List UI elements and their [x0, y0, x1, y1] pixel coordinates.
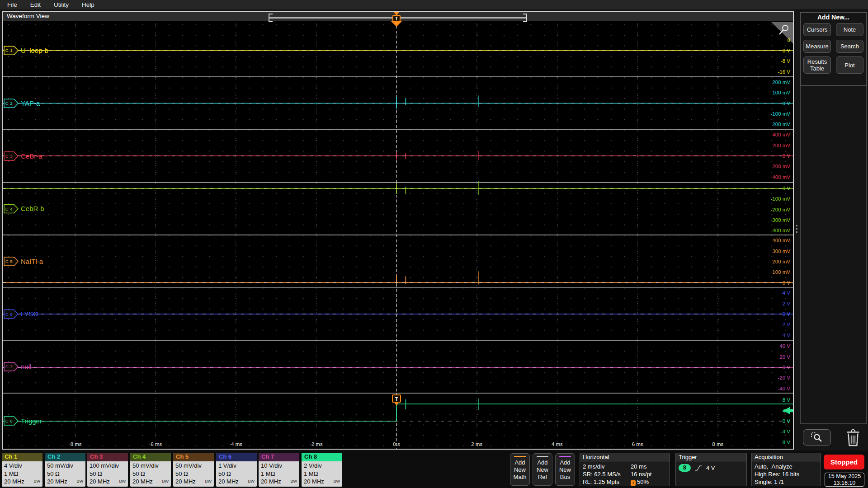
cursors-button[interactable]: Cursors: [803, 23, 831, 36]
channel-name-3[interactable]: CeBr-a: [21, 152, 42, 160]
delete-button[interactable]: [843, 427, 863, 447]
channel-name-1[interactable]: U_loop-b: [21, 47, 48, 54]
zoom-select-button[interactable]: [803, 429, 831, 446]
channel-tag-label: C 7: [5, 364, 13, 369]
badge-scale: 4 V/div: [4, 462, 40, 470]
channel-name-5[interactable]: NaITl-a: [21, 258, 43, 265]
menu-file[interactable]: File: [7, 1, 17, 8]
channel-tag-label: C 3: [5, 154, 13, 159]
horizontal-resolution: 16 ns/pt: [631, 470, 651, 478]
badge-scale: 2 V/div: [304, 462, 340, 470]
channel-name-2[interactable]: YAP-a: [21, 99, 40, 107]
badge-impedance: 50 Ω: [90, 470, 126, 478]
add-new-title: Add New...: [800, 14, 867, 21]
badge-title: Ch 3: [87, 453, 128, 461]
channel-badge-ch7[interactable]: Ch 7 10 V/div 1 MΩ 20 MHzBW: [259, 453, 299, 487]
acquisition-single: Single: 1 /1: [755, 478, 818, 486]
channel-name-6[interactable]: LYSO: [21, 310, 38, 318]
axis-label: 300 mV: [772, 249, 790, 254]
badge-impedance: 1 MΩ: [4, 470, 40, 478]
badge-bandwidth: 20 MHz: [304, 478, 324, 486]
channel-badge-ch5[interactable]: Ch 5 50 mV/div 50 Ω 20 MHzBW: [173, 453, 214, 487]
axis-label: 400 mV: [772, 132, 790, 137]
badge-bandwidth: 20 MHz: [175, 478, 196, 486]
badge-impedance: 50 Ω: [47, 470, 83, 478]
acquisition-analyze: Analyze: [772, 463, 793, 470]
panel-drag-handle[interactable]: [796, 225, 797, 233]
bandwidth-limit-icon: BW: [291, 478, 297, 486]
acquisition-mode-row: Auto, Analyze: [755, 463, 818, 470]
axis-label: 0 V: [783, 418, 791, 424]
axis-label: 8: [788, 38, 790, 43]
badge-impedance: 1 MΩ: [304, 470, 340, 478]
badge-bandwidth: 20 MHz: [47, 478, 67, 486]
panel-divider: [866, 86, 867, 423]
waveform-plot[interactable]: 80 V-8 V-16 V200 mV100 mV0 V-100 mV-200 …: [3, 21, 793, 449]
badge-bandwidth: 20 MHz: [4, 478, 24, 486]
run-stop-button[interactable]: Stopped: [824, 455, 864, 469]
zoom-select-icon: [810, 432, 824, 443]
axis-label: -200 mV: [771, 207, 791, 212]
trigger-panel[interactable]: Trigger 8 4 V: [675, 453, 747, 486]
trash-icon: [845, 428, 861, 447]
horizontal-panel[interactable]: Horizontal 2 ms/div SR: 62.5 MS/s RL: 1.…: [580, 453, 670, 486]
channel-name-7[interactable]: null: [21, 363, 31, 371]
axis-label: 0 V: [783, 311, 791, 317]
axis-label: -200 mV: [771, 164, 791, 169]
channel-badge-ch1[interactable]: Ch 1 4 V/div 1 MΩ 20 MHzBW: [2, 453, 42, 487]
badge-bandwidth: 20 MHz: [261, 478, 281, 486]
channel-badge-ch6[interactable]: Ch 6 1 V/div 50 Ω 20 MHzBW: [216, 453, 257, 487]
axis-label: -8 V: [781, 58, 790, 64]
channel-badge-ch4[interactable]: Ch 4 50 mV/div 50 Ω 20 MHzBW: [130, 453, 171, 487]
axis-label: 20 V: [779, 354, 790, 360]
channel-tag-label: C 1: [5, 48, 13, 53]
axis-label: 0 V: [783, 48, 791, 53]
time-axis-label: 0 s: [393, 441, 400, 447]
axis-label: 200 mV: [772, 143, 790, 148]
menu-utility[interactable]: Utility: [54, 1, 69, 8]
acquisition-panel[interactable]: Acquisition Auto, Analyze High Res: 16 b…: [751, 453, 821, 486]
rising-edge-icon: [695, 465, 702, 471]
menu-help[interactable]: Help: [82, 1, 94, 8]
badge-title: Ch 7: [259, 453, 299, 461]
add-new-ref-button[interactable]: Add New Ref: [533, 453, 552, 486]
time-axis-label: 4 ms: [552, 441, 563, 447]
axis-label: 8 V: [783, 397, 791, 403]
trigger-source-badge: 8: [679, 464, 691, 472]
channel-tag-label: C 2: [5, 101, 13, 106]
position-row: T50%: [631, 478, 651, 486]
axis-label: -2 V: [781, 322, 790, 327]
channel-name-8[interactable]: Trigger: [21, 417, 42, 425]
badge-impedance: 50 Ω: [218, 470, 255, 478]
channel-name-4[interactable]: CebR-b: [21, 205, 44, 212]
add-new-math-button[interactable]: Add New Math: [510, 453, 530, 486]
axis-label: -300 mV: [771, 217, 791, 223]
channel-tag-label: C 8: [5, 418, 13, 423]
time-axis-label: -2 ms: [310, 441, 323, 447]
horizontal-position: 50%: [637, 479, 649, 485]
channel-badge-ch3[interactable]: Ch 3 100 mV/div 50 Ω 20 MHzBW: [87, 453, 128, 487]
bandwidth-limit-icon: BW: [119, 478, 126, 486]
channel-badge-ch8[interactable]: Ch 8 2 V/div 1 MΩ 20 MHzBW: [302, 453, 342, 487]
axis-label: 100 mV: [772, 90, 790, 95]
badge-title: Ch 2: [45, 453, 85, 461]
results-table-button[interactable]: Results Table: [803, 56, 831, 74]
menu-edit[interactable]: Edit: [30, 1, 41, 8]
axis-label: 4 V: [783, 290, 791, 296]
tab-waveform-view[interactable]: Waveform View: [7, 13, 49, 19]
badge-scale: 50 mV/div: [132, 462, 169, 470]
panel-divider: [800, 423, 867, 424]
axis-label: 200 mV: [772, 259, 790, 264]
plot-button[interactable]: Plot: [836, 56, 863, 74]
badge-scale: 100 mV/div: [90, 462, 126, 470]
axis-label: 0 V: [783, 365, 791, 370]
channel-badge-ch2[interactable]: Ch 2 50 mV/div 50 Ω 20 MHzBW: [45, 453, 85, 487]
axis-label: -20 V: [778, 375, 791, 380]
search-button[interactable]: Search: [836, 40, 863, 53]
horizontal-window: 20 ms: [631, 463, 651, 470]
bus-accent: [559, 456, 571, 457]
badge-impedance: 50 Ω: [175, 470, 212, 478]
measure-button[interactable]: Measure: [803, 40, 831, 53]
add-new-bus-button[interactable]: Add New Bus: [555, 453, 575, 486]
note-button[interactable]: Note: [836, 23, 863, 36]
